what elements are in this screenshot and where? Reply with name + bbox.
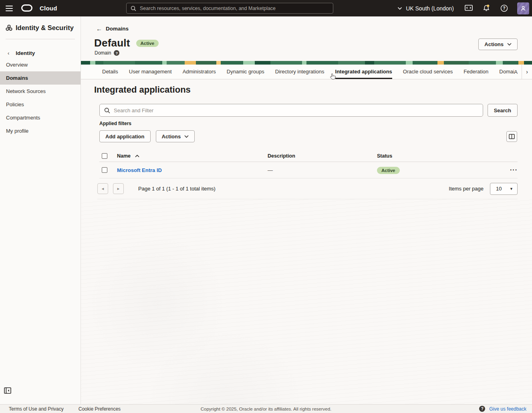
row-checkbox[interactable] [102, 167, 107, 173]
sidebar-back-identity[interactable]: ‹ Identity [0, 48, 81, 58]
page-subtitle-row: Domain ? [95, 50, 119, 56]
filter-search-row: Search [99, 104, 518, 117]
columns-icon [509, 134, 515, 139]
row-description: — [268, 167, 377, 173]
tab-dynamic-groups[interactable]: Dynamic groups [227, 65, 264, 79]
list-heading: Integrated applications [94, 85, 191, 95]
decorative-banner [81, 61, 532, 65]
background-watermark [81, 199, 532, 404]
tab-user-management[interactable]: User management [129, 65, 172, 79]
footer: Terms of Use and Privacy Cookie Preferen… [0, 404, 532, 413]
tab-details[interactable]: Details [102, 65, 118, 79]
column-header-description: Description [268, 153, 377, 159]
global-search-bar[interactable] [126, 3, 333, 14]
name-header-label: Name [117, 153, 131, 159]
svg-text:?: ? [503, 6, 505, 10]
hamburger-menu-icon[interactable] [6, 4, 14, 12]
top-navigation-bar: Cloud UK South (London) ? [0, 0, 532, 16]
tab-truncated[interactable]: A [514, 69, 522, 75]
sidebar-item-overview[interactable]: Overview [0, 58, 81, 71]
items-per-page-group: Items per page 10 ▼ [449, 183, 518, 195]
tab-federation[interactable]: Federation [463, 65, 488, 79]
page-actions-label: Actions [484, 41, 504, 47]
tab-integrated-applications[interactable]: Integrated applications [335, 65, 392, 79]
list-actions-label: Actions [162, 134, 181, 140]
list-actions-button[interactable]: Actions [156, 130, 195, 142]
oci-console: Cloud UK South (London) ? [0, 0, 532, 413]
chevron-left-icon: ‹ [8, 50, 9, 56]
domain-help-icon[interactable]: ? [114, 50, 119, 56]
sidebar-item-domains[interactable]: Domains [0, 71, 81, 85]
main-content: ← Domains Default Active Domain ? Action… [81, 16, 532, 404]
row-actions-menu-icon[interactable]: ··· [501, 166, 518, 174]
chevron-down-icon [184, 135, 189, 138]
application-link[interactable]: Microsoft Entra ID [117, 167, 162, 173]
page-size-value: 10 [496, 186, 502, 192]
filter-search-input[interactable] [114, 107, 478, 113]
breadcrumb-label: Domains [106, 26, 129, 32]
sidebar: Identity & Security ‹ Identity Overview … [0, 16, 81, 404]
chevron-down-icon [507, 43, 512, 46]
chevron-down-icon: ▼ [510, 187, 513, 191]
sidebar-item-compartments[interactable]: Compartments [0, 111, 81, 124]
tab-overflow: A › [514, 65, 532, 79]
page-title: Default [94, 37, 130, 49]
applied-filters-label: Applied filters [99, 121, 131, 126]
search-button[interactable]: Search [488, 104, 518, 117]
footer-feedback: ? Give us feedback [479, 406, 526, 412]
filter-search-field[interactable] [99, 104, 483, 117]
select-all-checkbox[interactable] [102, 153, 107, 159]
table-header-row: Name Description Status [99, 150, 518, 162]
column-header-status: Status [377, 153, 501, 159]
feedback-link[interactable]: Give us feedback [489, 406, 526, 412]
copyright-text: Copyright © 2025, Oracle and/or its affi… [201, 407, 332, 411]
pagination-bar: ◂ ▸ Page 1 of 1 (1 - 1 of 1 total items)… [97, 178, 518, 199]
topbar-right-controls: UK South (London) ? [397, 0, 529, 16]
region-label: UK South (London) [406, 5, 454, 12]
resource-type-label: Domain [95, 50, 111, 56]
user-avatar[interactable] [517, 2, 529, 14]
collapse-sidebar-icon[interactable] [4, 387, 11, 394]
cookie-preferences-link[interactable]: Cookie Preferences [79, 406, 121, 412]
previous-page-button[interactable]: ◂ [97, 183, 108, 194]
sidebar-section-label: Identity [16, 50, 35, 56]
applications-table: Name Description Status Microsoft Entra … [99, 150, 518, 178]
search-icon [104, 107, 110, 113]
next-page-button[interactable]: ▸ [113, 183, 124, 194]
add-application-button[interactable]: Add application [99, 130, 151, 142]
page-actions-button[interactable]: Actions [478, 38, 518, 50]
sidebar-item-network-sources[interactable]: Network Sources [0, 85, 81, 98]
page-title-row: Default Active [94, 37, 159, 49]
tab-directory-integrations[interactable]: Directory integrations [275, 65, 324, 79]
chevron-down-icon [397, 7, 402, 10]
oracle-logo-icon[interactable] [21, 4, 32, 12]
pagination-summary: Page 1 of 1 (1 - 1 of 1 total items) [138, 186, 216, 192]
brand-label: Cloud [40, 5, 57, 12]
tab-oracle-cloud-services[interactable]: Oracle cloud services [403, 65, 453, 79]
sidebar-item-policies[interactable]: Policies [0, 98, 81, 111]
manage-columns-button[interactable] [506, 131, 517, 142]
breadcrumb-back-domains[interactable]: ← Domains [96, 25, 129, 32]
terms-link[interactable]: Terms of Use and Privacy [9, 406, 64, 412]
sidebar-divider [6, 39, 75, 39]
announcements-bell-icon[interactable] [482, 4, 491, 13]
column-header-name[interactable]: Name [117, 153, 268, 159]
sidebar-item-my-profile[interactable]: My profile [0, 124, 81, 138]
page-size-select[interactable]: 10 ▼ [490, 183, 518, 195]
feedback-help-icon: ? [479, 406, 485, 412]
region-selector[interactable]: UK South (London) [397, 5, 454, 12]
status-badge: Active [136, 40, 159, 47]
tab-administrators[interactable]: Administrators [183, 65, 216, 79]
list-action-buttons: Add application Actions [99, 130, 195, 142]
global-search-input[interactable] [140, 6, 329, 11]
sidebar-title: Identity & Security [16, 24, 74, 32]
sidebar-nav: Overview Domains Network Sources Policie… [0, 58, 81, 138]
domain-tabbar: Details User management Administrators D… [81, 65, 532, 79]
back-arrow-icon: ← [96, 25, 102, 32]
row-status-badge: Active [377, 167, 400, 174]
sidebar-header: Identity & Security [6, 24, 74, 32]
cloud-shell-icon[interactable] [464, 4, 474, 13]
help-icon[interactable]: ? [499, 4, 509, 13]
tab-scroll-right-icon[interactable]: › [522, 65, 532, 79]
sort-ascending-icon [135, 155, 139, 158]
